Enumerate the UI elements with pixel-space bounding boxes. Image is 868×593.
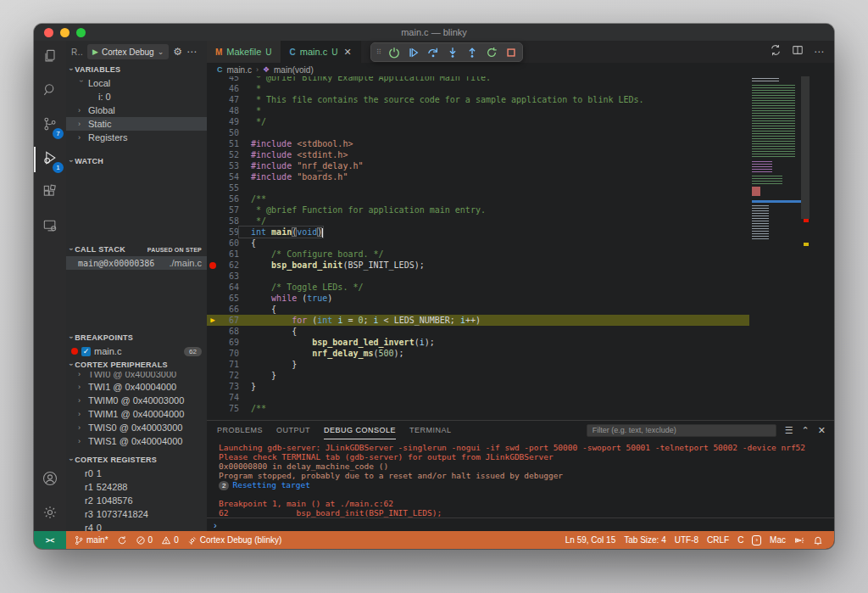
- code-line-70[interactable]: 70 nrf_delay_ms(500);: [207, 348, 749, 359]
- continue-button[interactable]: [408, 47, 420, 59]
- status-item-main-[interactable]: main*: [70, 535, 113, 545]
- gutter[interactable]: [207, 326, 219, 337]
- gear-icon[interactable]: ⚙: [173, 46, 182, 58]
- activity-item-run-and-debug[interactable]: 1: [34, 143, 66, 176]
- gutter[interactable]: [207, 193, 219, 204]
- code-line-48[interactable]: 48 *: [207, 105, 749, 116]
- start-debug-icon[interactable]: ▶: [92, 48, 98, 56]
- gutter[interactable]: [207, 392, 219, 403]
- zoom-window-button[interactable]: [76, 28, 86, 37]
- code-line-71[interactable]: 71 }: [207, 359, 749, 370]
- gutter[interactable]: [207, 249, 219, 260]
- gutter[interactable]: [207, 204, 219, 215]
- status-item-bell[interactable]: [809, 535, 827, 545]
- code-line-56[interactable]: 56/**: [207, 193, 749, 204]
- gutter[interactable]: [207, 260, 219, 271]
- code-line-65[interactable]: 65 while (true): [207, 293, 749, 304]
- peripheral-row[interactable]: ›TWI1 @ 0x40004000: [66, 380, 207, 394]
- code-line-68[interactable]: 68 {: [207, 326, 749, 337]
- code-line-75[interactable]: 75/**: [207, 403, 749, 414]
- code-line-67[interactable]: ▶67 for (int i = 0; i < LEDS_NUMBER; i++…: [207, 315, 749, 326]
- gutter[interactable]: [207, 337, 219, 348]
- toolbar-drag-handle[interactable]: ⠿: [376, 49, 381, 55]
- status-item-c[interactable]: C: [733, 535, 748, 545]
- code-line-61[interactable]: 61 /* Configure board. */: [207, 249, 749, 260]
- breadcrumb[interactable]: C main.c › ❖ main(void): [207, 63, 834, 76]
- call-stack-frame[interactable]: main@0x00000386./main.c: [66, 256, 207, 270]
- code-line-63[interactable]: 63: [207, 271, 749, 282]
- code-line-47[interactable]: 47 * This file contains the source code …: [207, 94, 749, 105]
- gutter[interactable]: [207, 271, 219, 282]
- panel-tab-terminal[interactable]: TERMINAL: [409, 421, 452, 439]
- register-row-r2[interactable]: r2 1048576: [66, 494, 207, 507]
- code-line-64[interactable]: 64 /* Toggle LEDs. */: [207, 282, 749, 293]
- status-item-cortex-debug-blinky-[interactable]: Cortex Debug (blinky): [183, 535, 287, 545]
- breakpoints-section-header[interactable]: › BREAKPOINTS: [66, 331, 207, 344]
- activity-item-remote-explorer[interactable]: [34, 210, 66, 244]
- status-item-mac[interactable]: Mac: [765, 535, 790, 545]
- register-row-r1[interactable]: r1 524288: [66, 480, 207, 494]
- code-line-73[interactable]: 73}: [207, 381, 749, 392]
- code-line-57[interactable]: 57 * @brief Function for application mai…: [207, 204, 749, 215]
- gutter[interactable]: [207, 370, 219, 381]
- open-changes-icon[interactable]: [770, 44, 782, 59]
- split-editor-icon[interactable]: [792, 44, 804, 59]
- gutter[interactable]: [207, 94, 219, 105]
- variables-row-local[interactable]: ›Local: [66, 76, 207, 90]
- code-line-58[interactable]: 58 */: [207, 215, 749, 227]
- register-row-r4[interactable]: r4 0: [66, 521, 207, 531]
- gutter[interactable]: [207, 293, 219, 304]
- status-item-sync[interactable]: [113, 535, 131, 545]
- variables-section-header[interactable]: › VARIABLES: [66, 63, 207, 76]
- register-row-r0[interactable]: r0 1: [66, 467, 207, 480]
- more-actions-icon[interactable]: ⋯: [186, 46, 197, 58]
- code-line-53[interactable]: 53#include "nrf_delay.h": [207, 160, 749, 171]
- console-filter-input[interactable]: Filter (e.g. text, !exclude): [587, 424, 776, 437]
- status-item-command-box[interactable]: ›: [748, 535, 765, 545]
- code-line-51[interactable]: 51#include <stdbool.h>: [207, 138, 749, 149]
- step-into-button[interactable]: [447, 47, 459, 59]
- debug-console-output[interactable]: Launching gdb-server: JLinkGDBServer -si…: [207, 441, 834, 517]
- gutter[interactable]: [207, 116, 219, 127]
- breadcrumb-symbol[interactable]: main(void): [274, 65, 314, 75]
- peripheral-row[interactable]: ›TWIS0 @ 0x40003000: [66, 421, 207, 434]
- peripheral-row[interactable]: ›TWIM0 @ 0x40003000: [66, 394, 207, 407]
- status-item-tab-size-4[interactable]: Tab Size: 4: [620, 535, 670, 545]
- restart-button[interactable]: [486, 47, 498, 59]
- remote-indicator[interactable]: ><: [34, 531, 66, 549]
- gutter[interactable]: [207, 304, 219, 315]
- status-item-crlf[interactable]: CRLF: [703, 535, 733, 545]
- register-row-r3[interactable]: r3 1073741824: [66, 507, 207, 521]
- close-panel-icon[interactable]: ✕: [818, 425, 826, 436]
- gutter[interactable]: [207, 238, 219, 249]
- gutter[interactable]: [207, 282, 219, 293]
- breakpoint-dot-icon[interactable]: [209, 262, 216, 269]
- variables-row-i[interactable]: i: 0: [66, 90, 207, 103]
- cortex-peripherals-section-header[interactable]: › CORTEX PERIPHERALS: [66, 358, 207, 372]
- gutter[interactable]: [207, 359, 219, 370]
- gutter[interactable]: [207, 171, 219, 182]
- code-line-50[interactable]: 50: [207, 127, 749, 138]
- gutter[interactable]: [207, 76, 219, 83]
- code-line-74[interactable]: 74: [207, 392, 749, 403]
- status-item-ln-59-col-15[interactable]: Ln 59, Col 15: [561, 535, 620, 545]
- panel-tab-output[interactable]: OUTPUT: [276, 421, 310, 439]
- code-editor[interactable]: 45 * @brief Blinky Example Application M…: [207, 76, 834, 420]
- code-line-49[interactable]: 49 */: [207, 116, 749, 127]
- step-over-button[interactable]: [427, 47, 439, 59]
- code-line-46[interactable]: 46 *: [207, 83, 749, 94]
- editor-scrollbar[interactable]: [800, 76, 810, 420]
- gutter[interactable]: [207, 138, 219, 149]
- gutter[interactable]: [207, 348, 219, 359]
- panel-tab-debug-console[interactable]: DEBUG CONSOLE: [324, 421, 396, 439]
- minimap[interactable]: [749, 76, 798, 420]
- variables-row-global[interactable]: ›Global: [66, 103, 207, 117]
- code-line-55[interactable]: 55: [207, 182, 749, 193]
- gutter[interactable]: [207, 160, 219, 171]
- minimize-window-button[interactable]: [60, 28, 70, 37]
- activity-item-accounts[interactable]: [34, 463, 66, 497]
- close-window-button[interactable]: [44, 28, 53, 37]
- filter-list-icon[interactable]: ☰: [785, 425, 793, 436]
- activity-item-extensions[interactable]: [34, 176, 66, 210]
- tab-main-c[interactable]: Cmain.cU✕: [281, 41, 361, 63]
